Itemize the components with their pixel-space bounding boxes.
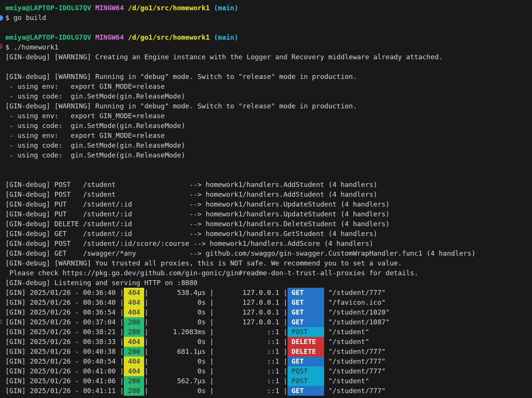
log-row: [GIN] 2025/01/26 - 00:41:00 | 404 | 0s |… bbox=[0, 366, 532, 376]
log-row: [GIN] 2025/01/26 - 00:38:21 | 200 | 1.20… bbox=[0, 327, 532, 337]
status-badge: 200 bbox=[124, 386, 144, 396]
log-row-path: "/student/777" bbox=[324, 347, 386, 355]
terminal-output-line bbox=[0, 62, 532, 72]
method-badge: GET bbox=[288, 386, 324, 396]
log-row-latency-ip: | 538.4µs | 127.0.0.1 | bbox=[144, 288, 287, 296]
status-badge: 404 bbox=[124, 307, 144, 317]
terminal-output-line bbox=[0, 170, 532, 180]
status-badge: 200 bbox=[124, 376, 144, 386]
log-row-prefix: [GIN] 2025/01/26 - 00:36:40 | bbox=[5, 288, 124, 296]
terminal-output-line: [GIN-debug] GET /student/:id --> homewor… bbox=[0, 229, 532, 239]
log-row-latency-ip: | 0s | 127.0.0.1 | bbox=[144, 298, 287, 306]
log-row-path: "/student/777" bbox=[324, 357, 386, 365]
log-row: [GIN] 2025/01/26 - 00:40:54 | 404 | 0s |… bbox=[0, 356, 532, 366]
terminal-output-line: [GIN-debug] GET /swagger/*any --> github… bbox=[0, 248, 532, 258]
log-row-prefix: [GIN] 2025/01/26 - 00:41:06 | bbox=[5, 377, 124, 385]
terminal-output-line: - using code: gin.SetMode(gin.ReleaseMod… bbox=[0, 150, 532, 160]
command-text: $ go build bbox=[5, 14, 46, 22]
log-row: [GIN] 2025/01/26 - 00:36:40 | 404 | 538.… bbox=[0, 288, 532, 298]
prompt-cwd: /d/go1/src/homework1 bbox=[128, 33, 210, 41]
prompt-cwd: /d/go1/src/homework1 bbox=[128, 4, 210, 12]
terminal-output-line: [GIN-debug] [WARNING] Running in "debug"… bbox=[0, 72, 532, 82]
log-row: [GIN] 2025/01/26 - 00:40:38 | 200 | 681.… bbox=[0, 347, 532, 356]
method-badge: GET bbox=[288, 307, 324, 317]
log-row-latency-ip: | 0s | 127.0.0.1 | bbox=[144, 308, 287, 316]
log-row-latency-ip: | 681.1µs | ::1 | bbox=[144, 347, 287, 355]
log-row-latency-ip: | 0s | ::1 | bbox=[144, 367, 287, 375]
prompt-line: emiya@LAPTOP-IDOLG7QV MINGW64 /d/go1/src… bbox=[0, 3, 532, 13]
log-row: [GIN] 2025/01/26 - 00:36:40 | 404 | 0s |… bbox=[0, 298, 532, 307]
terminal-output-line: [GIN-debug] POST /student/:id/score/:cou… bbox=[0, 239, 532, 248]
prompt-branch: (main) bbox=[214, 4, 238, 12]
command-text: $ ./homework1 bbox=[5, 43, 58, 51]
prompt-user-host: emiya@LAPTOP-IDOLG7QV bbox=[5, 4, 91, 12]
log-row-path: "/student/1020" bbox=[324, 308, 389, 316]
method-badge: POST bbox=[288, 327, 324, 337]
status-badge: 404 bbox=[124, 356, 144, 366]
log-row-path: "/student/1087" bbox=[324, 318, 389, 326]
method-badge: DELETE bbox=[288, 347, 324, 356]
status-badge: 404 bbox=[124, 366, 144, 376]
terminal-output-line: [GIN-debug] POST /student --> homework1/… bbox=[0, 190, 532, 199]
terminal-screen[interactable]: × emiya@LAPTOP-IDOLG7QV MINGW64 /d/go1/s… bbox=[0, 0, 532, 398]
terminal-output-line: [GIN-debug] [WARNING] Running in "debug"… bbox=[0, 101, 532, 111]
log-row: [GIN] 2025/01/26 - 00:41:11 | 200 | 0s |… bbox=[0, 386, 532, 396]
command-line-build: $ go build bbox=[0, 13, 532, 23]
gin-request-log: [GIN] 2025/01/26 - 00:36:40 | 404 | 538.… bbox=[0, 288, 532, 396]
log-row-prefix: [GIN] 2025/01/26 - 00:41:11 | bbox=[5, 387, 124, 395]
gin-debug-output: [GIN-debug] [WARNING] Creating an Engine… bbox=[0, 52, 532, 288]
log-row-path: "/student" bbox=[324, 377, 369, 385]
log-row-prefix: [GIN] 2025/01/26 - 00:36:54 | bbox=[5, 308, 124, 316]
terminal-output-line bbox=[0, 160, 532, 170]
log-row: [GIN] 2025/01/26 - 00:37:04 | 200 | 0s |… bbox=[0, 317, 532, 327]
log-row: [GIN] 2025/01/26 - 00:41:06 | 200 | 562.… bbox=[0, 376, 532, 386]
log-row-prefix: [GIN] 2025/01/26 - 00:36:40 | bbox=[5, 298, 124, 306]
log-row-prefix: [GIN] 2025/01/26 - 00:40:38 | bbox=[5, 347, 124, 355]
prompt-platform: MINGW64 bbox=[95, 4, 124, 12]
log-row-prefix: [GIN] 2025/01/26 - 00:41:00 | bbox=[5, 367, 124, 375]
log-row-path: "/student/777" bbox=[324, 387, 386, 395]
status-badge: 404 bbox=[124, 298, 144, 307]
log-row-prefix: [GIN] 2025/01/26 - 00:38:33 | bbox=[5, 338, 124, 346]
log-row-latency-ip: | 0s | ::1 | bbox=[144, 357, 287, 365]
prompt-user-host: emiya@LAPTOP-IDOLG7QV bbox=[5, 33, 91, 41]
terminal-output-line: - using code: gin.SetMode(gin.ReleaseMod… bbox=[0, 91, 532, 101]
method-badge: GET bbox=[288, 298, 324, 307]
prompt-platform: MINGW64 bbox=[95, 33, 124, 41]
method-badge: POST bbox=[288, 376, 324, 386]
blank-line bbox=[0, 23, 532, 32]
log-row-prefix: [GIN] 2025/01/26 - 00:38:21 | bbox=[5, 328, 124, 336]
log-row-path: "/student" bbox=[324, 338, 369, 346]
log-row-path: "/favicon.ico" bbox=[324, 298, 386, 306]
status-badge: 200 bbox=[124, 317, 144, 327]
status-badge: 404 bbox=[124, 288, 144, 298]
method-badge: POST bbox=[288, 366, 324, 376]
log-row-prefix: [GIN] 2025/01/26 - 00:40:54 | bbox=[5, 357, 124, 365]
terminal-output-line: [GIN-debug] PUT /student/:id --> homewor… bbox=[0, 209, 532, 219]
log-row: [GIN] 2025/01/26 - 00:36:54 | 404 | 0s |… bbox=[0, 307, 532, 317]
log-row-path: "/student" bbox=[324, 328, 369, 336]
terminal-output-line: [GIN-debug] DELETE /student/:id --> home… bbox=[0, 219, 532, 229]
method-badge: GET bbox=[288, 317, 324, 327]
terminal-output-line: - using env: export GIN_MODE=release bbox=[0, 131, 532, 140]
method-badge: GET bbox=[288, 356, 324, 366]
terminal-output-line: - using env: export GIN_MODE=release bbox=[0, 82, 532, 91]
terminal-output-line: - using env: export GIN_MODE=release bbox=[0, 111, 532, 121]
command-line-run: $ ./homework1 bbox=[0, 42, 532, 52]
log-row-latency-ip: | 1.2083ms | ::1 | bbox=[144, 328, 287, 336]
log-row: [GIN] 2025/01/26 - 00:38:33 | 404 | 0s |… bbox=[0, 337, 532, 347]
log-row-path: "/student/777" bbox=[324, 288, 386, 296]
log-row-latency-ip: | 562.7µs | ::1 | bbox=[144, 377, 287, 385]
status-badge: 200 bbox=[124, 347, 144, 356]
status-badge: 404 bbox=[124, 337, 144, 347]
terminal-output-line: - using code: gin.SetMode(gin.ReleaseMod… bbox=[0, 140, 532, 150]
status-badge: 200 bbox=[124, 327, 144, 337]
log-row-path: "/student/777" bbox=[324, 367, 386, 375]
log-row-latency-ip: | 0s | ::1 | bbox=[144, 338, 287, 346]
terminal-output-line: Please check https://pkg.go.dev/github.c… bbox=[0, 268, 532, 278]
terminal-output-line: [GIN-debug] PUT /student/:id --> homewor… bbox=[0, 199, 532, 209]
terminal-output-line: [GIN-debug] POST /student --> homework1/… bbox=[0, 180, 532, 190]
terminal-output-line: [GIN-debug] [WARNING] Creating an Engine… bbox=[0, 52, 532, 62]
terminal-output-line: [GIN-debug] Listening and serving HTTP o… bbox=[0, 278, 532, 288]
method-badge: DELETE bbox=[288, 337, 324, 347]
